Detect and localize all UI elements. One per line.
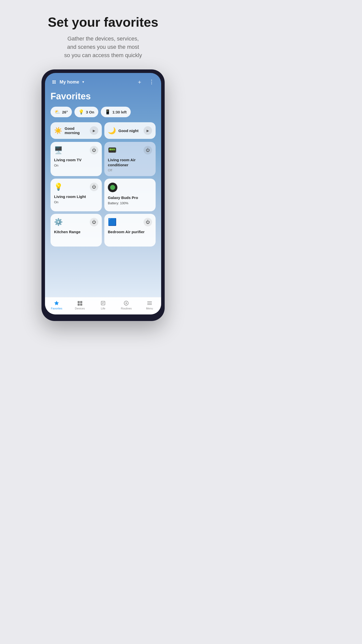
light-power-button[interactable]: ⏻ [90, 183, 98, 191]
svg-point-3 [54, 82, 56, 84]
top-bar: My home ▼ ＋ ⋮ [45, 73, 161, 89]
status-pills-row: ⛅ 26° 💡 3 On 📱 1:30 left [45, 107, 161, 122]
buds-inner-icon [110, 185, 115, 190]
tv-power-button[interactable]: ⏻ [90, 146, 98, 154]
favorites-section-title: Favorites [45, 89, 161, 107]
nav-routines[interactable]: Routines [115, 300, 138, 310]
nav-favorites-label: Favorites [51, 307, 62, 310]
ac-icon: 📟 [108, 146, 117, 154]
buds-device-name: Galaxy Buds Pro [108, 195, 152, 200]
svg-marker-12 [126, 302, 127, 304]
scene-info-night: 🌙 Good night [108, 127, 139, 135]
purifier-power-button[interactable]: ⏻ [144, 218, 152, 226]
range-card-top: ⚙️ ⏻ [54, 218, 98, 226]
buds-icon [108, 183, 117, 192]
phone-shell: My home ▼ ＋ ⋮ Favorites ⛅ 26° 💡 3 On 📱 1… [41, 69, 165, 321]
phone-screen: My home ▼ ＋ ⋮ Favorites ⛅ 26° 💡 3 On 📱 1… [45, 73, 161, 314]
page-subtitle: Gather the devices, services,and scenes … [48, 34, 158, 59]
tv-device-name: Living room TV [54, 157, 98, 163]
purifier-device-name: Bedroom Air purifier [108, 229, 152, 234]
buds-device-card[interactable]: Galaxy Buds Pro Battery: 100% [104, 179, 156, 211]
tv-device-status: On [54, 164, 98, 167]
svg-point-2 [53, 82, 54, 84]
morning-icon: ☀️ [54, 127, 62, 135]
page-header: Set your favorites Gather the devices, s… [33, 0, 173, 69]
range-device-name: Kitchen Range [54, 229, 98, 234]
nav-menu-label: Menu [146, 307, 153, 310]
lights-on-count: 3 On [86, 110, 94, 114]
lights-on-pill[interactable]: 💡 3 On [74, 107, 98, 117]
light-icon: 💡 [54, 183, 63, 191]
lights-icon: 💡 [78, 109, 84, 115]
svg-rect-4 [77, 301, 79, 303]
light-device-status: On [54, 200, 98, 204]
nav-devices[interactable]: Devices [68, 300, 91, 310]
weather-pill[interactable]: ⛅ 26° [51, 107, 72, 117]
top-actions: ＋ ⋮ [135, 78, 156, 86]
weather-temp: 26° [62, 110, 68, 114]
timer-icon: 📱 [105, 109, 110, 115]
range-power-button[interactable]: ⏻ [90, 218, 98, 226]
purifier-icon: 🟦 [108, 218, 117, 226]
purifier-card-top: 🟦 ⏻ [108, 218, 152, 226]
nav-life[interactable]: Life [92, 300, 115, 310]
purifier-device-card[interactable]: 🟦 ⏻ Bedroom Air purifier [104, 214, 156, 247]
ac-card-top: 📟 ⏻ [108, 146, 152, 154]
nav-devices-label: Devices [75, 307, 85, 310]
buds-device-status: Battery: 100% [108, 201, 152, 205]
svg-point-1 [54, 80, 56, 82]
tv-icon: 🖥️ [54, 146, 63, 154]
light-device-card[interactable]: 💡 ⏻ Living room Light On [51, 179, 102, 211]
bottom-nav: Favorites Devices Life [45, 297, 161, 314]
home-name-label: My home [60, 79, 79, 85]
tv-device-card[interactable]: 🖥️ ⏻ Living room TV On [51, 142, 102, 176]
good-morning-scene[interactable]: ☀️ Good morning ▶ [51, 122, 102, 139]
range-device-card[interactable]: ⚙️ ⏻ Kitchen Range [51, 214, 102, 247]
light-device-name: Living room Light [54, 194, 98, 199]
morning-label: Good morning [65, 126, 90, 135]
scenes-row: ☀️ Good morning ▶ 🌙 Good night ▶ [45, 122, 161, 142]
weather-icon: ⛅ [55, 109, 60, 115]
morning-play-button[interactable]: ▶ [90, 126, 98, 135]
tv-card-top: 🖥️ ⏻ [54, 146, 98, 154]
ac-device-card[interactable]: 📟 ⏻ Living room Air conditioner Off [104, 142, 156, 176]
nav-favorites[interactable]: Favorites [45, 300, 68, 310]
night-label: Good night [118, 129, 139, 133]
ac-device-name: Living room Air conditioner [108, 157, 152, 167]
more-menu-button[interactable]: ⋮ [148, 78, 156, 86]
ac-power-button[interactable]: ⏻ [144, 146, 152, 154]
light-card-top: 💡 ⏻ [54, 183, 98, 191]
svg-rect-8 [101, 301, 105, 305]
chevron-down-icon: ▼ [82, 80, 85, 84]
page-title: Set your favorites [48, 15, 158, 29]
home-selector[interactable]: My home ▼ [51, 78, 85, 86]
home-icon [51, 78, 58, 86]
scene-info: ☀️ Good morning [54, 126, 90, 135]
nav-life-label: Life [101, 307, 105, 310]
svg-rect-6 [77, 304, 79, 306]
nav-routines-label: Routines [121, 307, 132, 310]
svg-point-0 [53, 80, 54, 82]
range-icon: ⚙️ [54, 218, 63, 226]
svg-rect-7 [80, 304, 82, 306]
ac-device-status: Off [108, 168, 152, 172]
night-play-button[interactable]: ▶ [144, 126, 152, 135]
timer-pill[interactable]: 📱 1:30 left [101, 107, 131, 117]
night-icon: 🌙 [108, 127, 116, 135]
good-night-scene[interactable]: 🌙 Good night ▶ [104, 122, 156, 139]
device-grid: 🖥️ ⏻ Living room TV On 📟 ⏻ Living room A… [45, 142, 161, 250]
add-button[interactable]: ＋ [135, 78, 144, 86]
svg-rect-5 [80, 301, 82, 303]
timer-text: 1:30 left [112, 110, 127, 114]
nav-menu[interactable]: Menu [138, 300, 161, 310]
